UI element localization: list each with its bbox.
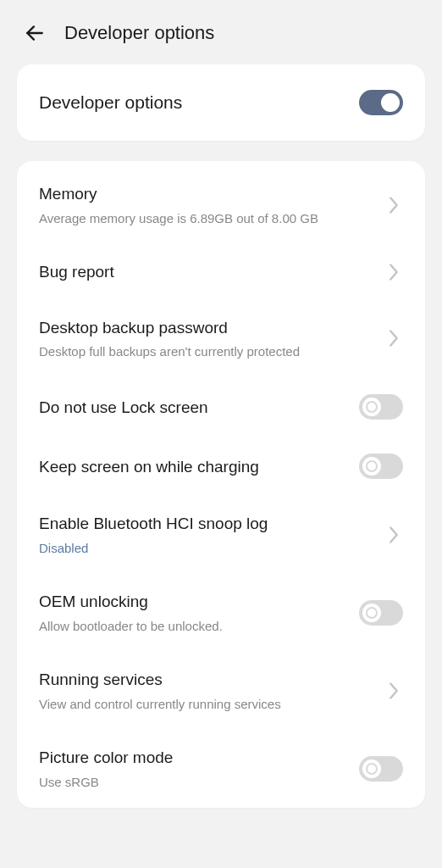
setting-text: Running servicesView and control current… [39,669,384,713]
setting-title: Do not use Lock screen [39,397,347,419]
setting-row-do-not-use-lock-screen[interactable]: Do not use Lock screen [17,377,425,437]
setting-row-oem-unlocking[interactable]: OEM unlockingAllow bootloader to be unlo… [17,574,425,652]
setting-row-keep-screen-on-while-charging[interactable]: Keep screen on while charging [17,437,425,496]
page-title: Developer options [64,22,214,44]
setting-title: Memory [39,183,373,205]
setting-text: MemoryAverage memory usage is 6.89GB out… [39,183,384,227]
setting-text: Do not use Lock screen [39,397,359,419]
developer-options-toggle[interactable] [359,90,403,115]
setting-subtitle: Use sRGB [39,774,347,791]
setting-title: Bug report [39,261,373,283]
oem-unlocking-toggle[interactable] [359,600,403,626]
setting-title: Desktop backup password [39,317,373,339]
setting-row-picture-color-mode[interactable]: Picture color modeUse sRGB [17,730,425,808]
master-toggle-label: Developer options [39,92,182,113]
setting-subtitle: Disabled [39,540,373,557]
setting-text: Desktop backup passwordDesktop full back… [39,317,384,361]
setting-title: Picture color mode [39,747,347,769]
setting-subtitle: Allow bootloader to be unlocked. [39,618,347,635]
setting-text: Enable Bluetooth HCI snoop logDisabled [39,513,384,557]
setting-text: Picture color modeUse sRGB [39,747,359,791]
chevron-right-icon [384,526,403,544]
do-not-use-lock-screen-toggle[interactable] [359,394,403,420]
setting-subtitle: View and control currently running servi… [39,696,373,713]
setting-subtitle: Desktop full backups aren't currently pr… [39,343,373,360]
setting-title: Keep screen on while charging [39,456,347,478]
setting-row-enable-bluetooth-hci-snoop-log[interactable]: Enable Bluetooth HCI snoop logDisabled [17,496,425,574]
setting-text: Bug report [39,261,384,283]
chevron-right-icon [384,263,403,281]
setting-row-desktop-backup-password[interactable]: Desktop backup passwordDesktop full back… [17,300,425,378]
back-icon[interactable] [24,22,46,44]
setting-row-bug-report[interactable]: Bug report [17,244,425,300]
developer-options-toggle-row[interactable]: Developer options [17,64,425,141]
chevron-right-icon [384,196,403,214]
setting-title: Enable Bluetooth HCI snoop log [39,513,373,535]
setting-title: Running services [39,669,373,691]
setting-row-running-services[interactable]: Running servicesView and control current… [17,652,425,730]
setting-row-memory[interactable]: MemoryAverage memory usage is 6.89GB out… [17,161,425,244]
chevron-right-icon [384,682,403,700]
picture-color-mode-toggle[interactable] [359,756,403,782]
setting-text: Keep screen on while charging [39,456,359,478]
keep-screen-on-while-charging-toggle[interactable] [359,453,403,479]
master-toggle-card: Developer options [17,64,425,141]
app-header: Developer options [0,0,442,64]
chevron-right-icon [384,329,403,348]
setting-title: OEM unlocking [39,591,347,613]
setting-text: OEM unlockingAllow bootloader to be unlo… [39,591,359,635]
settings-list-card: MemoryAverage memory usage is 6.89GB out… [17,161,425,808]
setting-subtitle: Average memory usage is 6.89GB out of 8.… [39,210,373,227]
